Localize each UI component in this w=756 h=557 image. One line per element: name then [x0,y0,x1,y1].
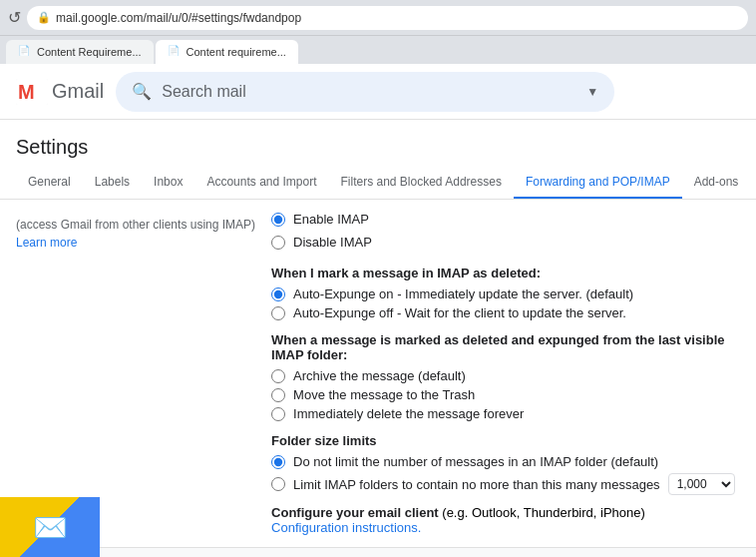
email-notification-widget: ✉️ [0,497,100,557]
search-icon: 🔍 [132,82,152,101]
settings-left-panel: (access Gmail from other clients using I… [16,212,255,535]
browser-tab-1[interactable]: 📄 Content Requireme... [6,40,154,64]
enable-imap-label: Enable IMAP [293,212,369,227]
section3-radio-2[interactable] [271,477,285,491]
section1-radio-2[interactable] [271,306,285,320]
learn-more-link[interactable]: Learn more [16,236,77,250]
section3-option1-row: Do not limit the number of messages in a… [271,454,740,469]
section2-radio-1[interactable] [271,369,285,383]
settings-tabs: General Labels Inbox Accounts and Import… [0,167,756,200]
browser-tabs: 📄 Content Requireme... 📄 Content require… [0,36,756,64]
section1-option1-row: Auto-Expunge on - Immediately update the… [271,286,740,301]
lock-icon: 🔒 [37,11,51,24]
section2-label-1: Archive the message (default) [293,368,466,383]
settings-page: Settings General Labels Inbox Accounts a… [0,120,756,557]
reload-button[interactable]: ↺ [8,8,21,27]
section3-header: Folder size limits [271,433,740,448]
section2-option2-row: Move the message to the Trash [271,387,740,402]
tab-favicon-2: 📄 [168,45,182,59]
imap-description: (access Gmail from other clients using I… [16,216,255,234]
browser-tab-2[interactable]: 📄 Content requireme... [156,40,298,64]
section3-radio-1[interactable] [271,455,285,469]
tab-label-2: Content requireme... [187,46,286,58]
url-text: mail.google.com/mail/u/0/#settings/fwdan… [56,11,301,25]
section2-radio-3[interactable] [271,407,285,421]
folder-size-dropdown[interactable]: 1,000 2,000 5,000 10,000 [668,473,735,495]
section1-label-1: Auto-Expunge on - Immediately update the… [293,286,633,301]
tab-labels[interactable]: Labels [83,167,142,200]
dropdown-arrow-icon: ▼ [586,85,598,99]
enable-imap-row: Enable IMAP [271,212,740,227]
section1-option2-row: Auto-Expunge off - Wait for the client t… [271,305,740,320]
enable-imap-radio[interactable] [271,213,285,227]
disable-imap-radio[interactable] [271,236,285,250]
section2-group: When a message is marked as deleted and … [271,332,740,421]
settings-content: (access Gmail from other clients using I… [0,200,756,547]
tab-label-1: Content Requireme... [37,46,142,58]
gmail-m-icon: M [16,79,48,105]
settings-right-panel: Enable IMAP Disable IMAP When I mark a m… [271,212,740,535]
imap-toggle-group: Enable IMAP Disable IMAP [271,212,740,254]
section3-label-2: Limit IMAP folders to contain no more th… [293,477,660,492]
section3-group: Folder size limits Do not limit the numb… [271,433,740,495]
section2-option3-row: Immediately delete the message forever [271,406,740,421]
search-placeholder: Search mail [162,83,245,101]
disable-imap-row: Disable IMAP [271,235,740,250]
browser-bar: ↺ 🔒 mail.google.com/mail/u/0/#settings/f… [0,0,756,36]
section2-label-3: Immediately delete the message forever [293,406,524,421]
gmail-logo: M Gmail [16,79,104,105]
tab-accounts[interactable]: Accounts and Import [194,167,328,200]
disable-imap-label: Disable IMAP [293,235,372,250]
section2-header: When a message is marked as deleted and … [271,332,740,362]
section1-group: When I mark a message in IMAP as deleted… [271,266,740,320]
url-bar[interactable]: 🔒 mail.google.com/mail/u/0/#settings/fwd… [27,6,748,30]
configure-link[interactable]: Configuration instructions. [271,520,421,535]
settings-title: Settings [0,120,756,167]
tab-addons[interactable]: Add-ons [682,167,751,200]
section2-radio-2[interactable] [271,388,285,402]
email-icon: ✉️ [33,511,68,544]
configure-section: Configure your email client (e.g. Outloo… [271,505,740,535]
tab-general[interactable]: General [16,167,83,200]
tab-favicon-1: 📄 [18,45,32,59]
search-dropdown[interactable]: ▼ [586,84,598,99]
section3-label-1: Do not limit the number of messages in a… [293,454,658,469]
gmail-header: M Gmail 🔍 Search mail ▼ [0,64,756,120]
gmail-title: Gmail [52,80,104,103]
configure-hint: (e.g. Outlook, Thunderbird, iPhone) [442,505,645,520]
svg-text:M: M [18,81,35,103]
section1-header: When I mark a message in IMAP as deleted… [271,266,740,280]
tab-forwarding[interactable]: Forwarding and POP/IMAP [514,167,682,200]
tab-inbox[interactable]: Inbox [142,167,194,200]
tab-filters[interactable]: Filters and Blocked Addresses [329,167,514,200]
section3-option2-row: Limit IMAP folders to contain no more th… [271,473,740,495]
bottom-actions-bar: Save Changes Cancel [0,547,756,557]
section1-label-2: Auto-Expunge off - Wait for the client t… [293,305,626,320]
tab-chat[interactable]: Chat and Meet [750,167,756,200]
section2-option1-row: Archive the message (default) [271,368,740,383]
section2-label-2: Move the message to the Trash [293,387,475,402]
search-bar[interactable]: 🔍 Search mail ▼ [116,72,614,112]
section1-radio-1[interactable] [271,287,285,301]
configure-title: Configure your email client [271,505,439,520]
